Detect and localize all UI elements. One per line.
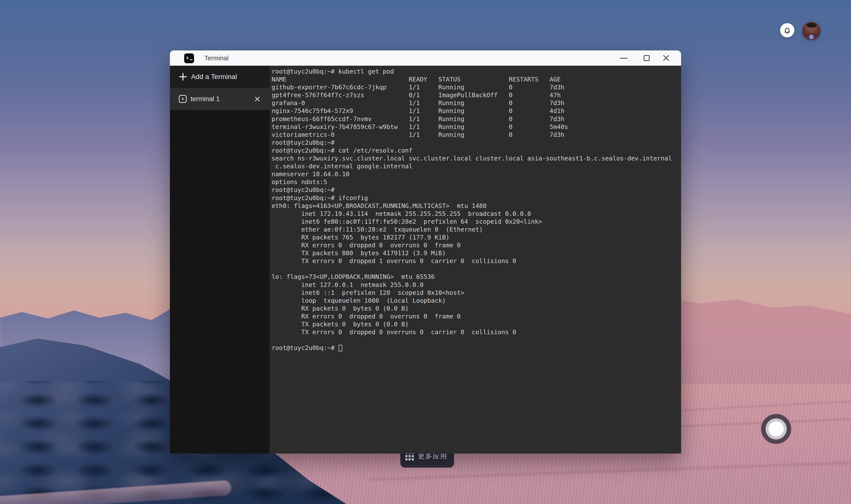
terminal-line: ether ae:0f:11:50:28:e2 txqueuelen 0 (Et… xyxy=(271,226,681,234)
terminal-line: TX packets 0 bytes 0 (0.0 B) xyxy=(271,320,681,328)
assistive-ring xyxy=(765,418,787,439)
terminal-line: search ns-r3wuxiry.svc.cluster.local svc… xyxy=(271,155,681,162)
terminal-line: inet6 ::1 prefixlen 128 scopeid 0x10<hos… xyxy=(271,289,681,297)
terminal-prompt: root@tuyc2u0bq:~# xyxy=(271,344,338,352)
terminal-line: nameserver 10.64.0.10 xyxy=(271,170,681,178)
terminal-line: TX errors 0 dropped 1 overruns 0 carrier… xyxy=(271,257,681,265)
assistive-touch-button[interactable] xyxy=(761,414,791,444)
close-button[interactable] xyxy=(662,51,670,66)
terminal-line: root@tuyc2u0bq:~# xyxy=(271,139,681,147)
terminal-line: RX packets 0 bytes 0 (0.0 B) xyxy=(271,305,681,312)
user-avatar[interactable] xyxy=(802,22,820,40)
close-icon xyxy=(662,54,670,62)
terminal-line: root@tuyc2u0bq:~# kubectl get pod xyxy=(271,68,681,75)
sidebar-tab-terminal-1[interactable]: terminal 1 xyxy=(170,88,270,110)
add-terminal-button[interactable]: Add a Terminal xyxy=(170,66,270,88)
terminal-line: nginx-7546c75fb4-572x9 1/1 Running 0 4d1… xyxy=(271,107,681,115)
terminal-line: TX packets 880 bytes 4179112 (3.9 MiB) xyxy=(271,249,681,257)
maximize-button[interactable] xyxy=(639,51,654,66)
terminal-line: github-exporter-7b67c6cdc-7jkqp 1/1 Runn… xyxy=(271,84,681,91)
maximize-icon xyxy=(644,55,650,61)
prompt-chevron-icon xyxy=(185,56,189,59)
window-titlebar[interactable]: Terminal xyxy=(170,51,681,66)
avatar-badge-icon xyxy=(809,35,814,39)
terminal-line: gpt4free-5767f64f7c-z7szs 0/1 ImagePullB… xyxy=(271,91,681,99)
terminal-line: inet 172.19.43.114 netmask 255.255.255.2… xyxy=(271,210,681,218)
assistive-core xyxy=(768,421,784,436)
window-body: Add a Terminal terminal 1 root@tuyc2u0bq… xyxy=(170,66,681,453)
tab-close-button[interactable] xyxy=(253,94,262,103)
terminal-line: lo: flags=73<UP,LOOPBACK,RUNNING> mtu 65… xyxy=(271,273,681,281)
add-terminal-label: Add a Terminal xyxy=(191,73,237,81)
desktop: 更多应用 Terminal Add a Terminal xyxy=(0,0,851,504)
terminal-line xyxy=(271,265,681,273)
terminal-line xyxy=(271,336,681,344)
window-title: Terminal xyxy=(205,51,229,66)
terminal-line: options ndots:5 xyxy=(271,178,681,186)
terminal-sidebar: Add a Terminal terminal 1 xyxy=(170,66,270,453)
minimize-button[interactable] xyxy=(616,51,631,66)
terminal-line: root@tuyc2u0bq:~# ifconfig xyxy=(271,194,681,202)
terminal-line: RX errors 0 dropped 0 overruns 0 frame 0 xyxy=(271,241,681,249)
notifications-button[interactable] xyxy=(780,23,794,37)
terminal-window: Terminal Add a Terminal terminal 1 root@… xyxy=(170,51,681,453)
terminal-line: inet6 fe80::ac0f:11ff:fe50:28e2 prefixle… xyxy=(271,218,681,226)
terminal-line: root@tuyc2u0bq:~# cat /etc/resolv.conf xyxy=(271,147,681,155)
close-icon xyxy=(254,96,260,102)
avatar-photo xyxy=(807,23,817,28)
terminal-line: NAME READY STATUS RESTARTS AGE xyxy=(271,75,681,84)
terminal-line: prometheus-66ff65ccdf-7nvmv 1/1 Running … xyxy=(271,115,681,123)
terminal-line: RX packets 765 bytes 182177 (177.9 KiB) xyxy=(271,234,681,241)
terminal-line: TX errors 0 dropped 0 overruns 0 carrier… xyxy=(271,328,681,336)
terminal-line: loop txqueuelen 1000 (Local Loopback) xyxy=(271,297,681,305)
minimize-icon xyxy=(620,58,627,58)
terminal-line: grafana-0 1/1 Running 0 7d3h xyxy=(271,99,681,107)
terminal-line: inet 127.0.0.1 netmask 255.0.0.0 xyxy=(271,281,681,289)
terminal-cursor xyxy=(339,345,342,352)
terminal-line: eth0: flags=4163<UP,BROADCAST,RUNNING,MU… xyxy=(271,202,681,210)
terminal-line: root@tuyc2u0bq:~# xyxy=(271,186,681,194)
terminal-line: victoriametrics-0 1/1 Running 0 7d3h xyxy=(271,131,681,139)
bell-icon xyxy=(783,26,791,34)
terminal-lines: root@tuyc2u0bq:~# kubectl get podNAME RE… xyxy=(271,68,681,344)
terminal-line: terminal-r3wuxiry-7b47859c67-w9btw 1/1 R… xyxy=(271,123,681,131)
terminal-prompt-line: root@tuyc2u0bq:~# xyxy=(271,344,681,352)
terminal-app-icon xyxy=(184,53,194,63)
terminal-line: c.sealos-dev.internal google.internal xyxy=(271,162,681,170)
terminal-output[interactable]: root@tuyc2u0bq:~# kubectl get podNAME RE… xyxy=(270,66,681,453)
prompt-underscore-icon xyxy=(190,59,192,60)
terminal-tab-icon xyxy=(179,95,187,103)
plus-icon xyxy=(179,73,187,80)
terminal-line: RX errors 0 dropped 0 overruns 0 frame 0 xyxy=(271,312,681,320)
terminal-tab-label: terminal 1 xyxy=(191,95,220,103)
